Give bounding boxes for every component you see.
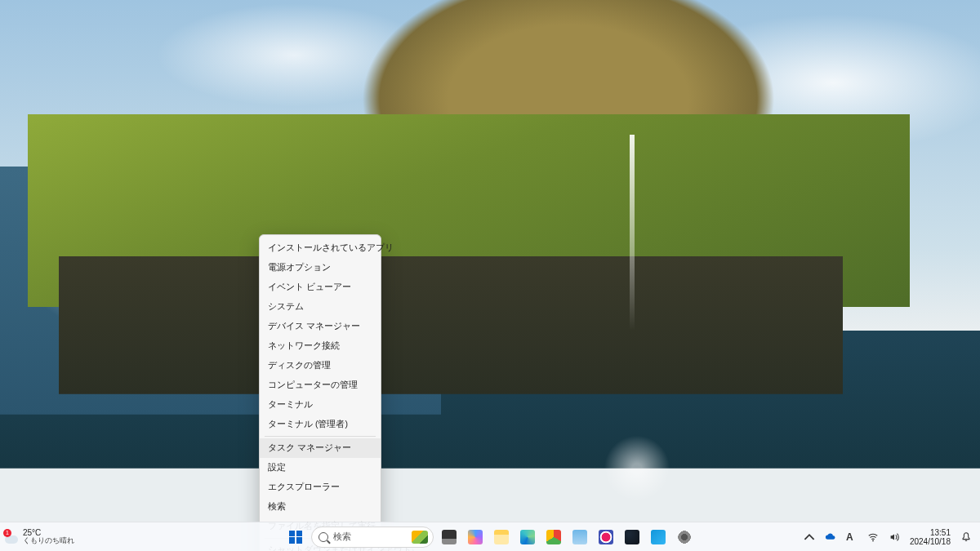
context-menu-item[interactable]: ディスクの管理: [260, 356, 381, 375]
wifi-icon: [867, 531, 879, 543]
taskbar-clock[interactable]: 13:51 2024/10/18: [906, 528, 954, 546]
context-menu-label: ディスクの管理: [268, 360, 331, 371]
taskbar-app-edge[interactable]: [515, 525, 540, 549]
taskbar-weather[interactable]: 1 25°C くもりのち晴れ: [5, 522, 74, 551]
taskbar-app-task-view[interactable]: [437, 525, 461, 549]
taskbar-app-steam[interactable]: [620, 525, 644, 549]
context-menu-label: 検索: [268, 501, 286, 513]
context-menu-item[interactable]: エクスプローラー: [260, 478, 381, 497]
taskbar-app-chrome[interactable]: [541, 525, 566, 549]
context-menu-label: ネットワーク接続: [268, 340, 340, 352]
taskbar-center: 検索: [283, 525, 697, 549]
clock-date: 2024/10/18: [910, 537, 951, 546]
context-menu-item[interactable]: ネットワーク接続: [260, 336, 381, 356]
svg-point-0: [872, 540, 874, 541]
microsoft-store-icon: [651, 530, 666, 544]
context-menu-label: ターミナル: [268, 399, 313, 411]
clock-time: 13:51: [930, 528, 951, 537]
context-menu-item[interactable]: デバイス マネージャー: [260, 317, 381, 336]
taskbar-app-copilot[interactable]: [463, 525, 488, 549]
context-menu-item[interactable]: システム: [260, 297, 381, 317]
context-menu-label: タスク マネージャー: [268, 442, 351, 454]
context-menu-label: エクスプローラー: [268, 482, 340, 493]
desktop-wallpaper[interactable]: [0, 0, 980, 551]
weather-alert-badge: 1: [3, 529, 11, 537]
search-highlight-icon: [412, 531, 428, 544]
context-menu-item[interactable]: ターミナル: [260, 395, 381, 415]
context-menu-item[interactable]: 電源オプション: [260, 258, 381, 278]
tray-volume[interactable]: [885, 525, 903, 549]
context-menu-label: システム: [268, 301, 304, 313]
context-menu-item[interactable]: 設定: [260, 458, 381, 478]
copilot-icon: [468, 530, 483, 544]
tray-onedrive[interactable]: [822, 525, 840, 549]
context-menu-item[interactable]: 検索: [260, 497, 381, 517]
tray-ime[interactable]: A: [843, 525, 861, 549]
winx-context-menu: インストールされているアプリ電源オプションイベント ビューアーシステムデバイス …: [259, 234, 381, 551]
context-menu-item[interactable]: コンピューターの管理: [260, 375, 381, 395]
notepad-icon: [572, 530, 587, 544]
bell-icon: [960, 531, 972, 543]
taskbar: 1 25°C くもりのち晴れ 検索 A: [0, 522, 980, 551]
context-menu-item[interactable]: タスク マネージャー: [260, 438, 381, 458]
context-menu-label: コンピューターの管理: [268, 380, 358, 391]
context-menu-separator: [265, 436, 376, 437]
search-placeholder: 検索: [333, 531, 351, 543]
taskbar-app-settings[interactable]: [672, 525, 697, 549]
context-menu-label: イベント ビューアー: [268, 282, 351, 293]
settings-icon: [677, 530, 692, 544]
taskbar-app-snipping-tool[interactable]: [594, 525, 618, 549]
windows-logo-icon: [289, 531, 302, 544]
context-menu-label: ターミナル (管理者): [268, 419, 348, 430]
taskbar-app-microsoft-store[interactable]: [646, 525, 670, 549]
snipping-tool-icon: [599, 530, 613, 544]
search-icon: [318, 532, 328, 542]
system-tray: A 13:51 2024/10/18: [800, 522, 975, 551]
context-menu-item[interactable]: イベント ビューアー: [260, 278, 381, 297]
context-menu-item[interactable]: ターミナル (管理者): [260, 415, 381, 434]
speaker-icon: [889, 531, 900, 543]
context-menu-label: インストールされているアプリ: [268, 242, 394, 254]
taskbar-search[interactable]: 検索: [311, 527, 434, 548]
chevron-up-icon: [804, 531, 815, 543]
context-menu-item[interactable]: インストールされているアプリ: [260, 238, 381, 258]
weather-condition: くもりのち晴れ: [23, 537, 74, 544]
file-explorer-icon: [494, 530, 509, 544]
edge-icon: [520, 530, 535, 544]
ime-mode-indicator: A: [846, 531, 858, 543]
task-view-icon: [442, 530, 457, 544]
steam-icon: [625, 530, 639, 544]
context-menu-label: 電源オプション: [268, 262, 331, 273]
cloud-icon: [825, 531, 836, 543]
chrome-icon: [546, 530, 561, 544]
start-button[interactable]: [283, 525, 308, 549]
context-menu-label: 設定: [268, 462, 286, 473]
tray-wifi[interactable]: [864, 525, 882, 549]
weather-icon: 1: [5, 531, 18, 544]
notification-center[interactable]: [957, 525, 975, 549]
tray-overflow[interactable]: [800, 525, 818, 549]
taskbar-app-file-explorer[interactable]: [489, 525, 514, 549]
taskbar-app-notepad[interactable]: [568, 525, 592, 549]
context-menu-label: デバイス マネージャー: [268, 321, 360, 332]
